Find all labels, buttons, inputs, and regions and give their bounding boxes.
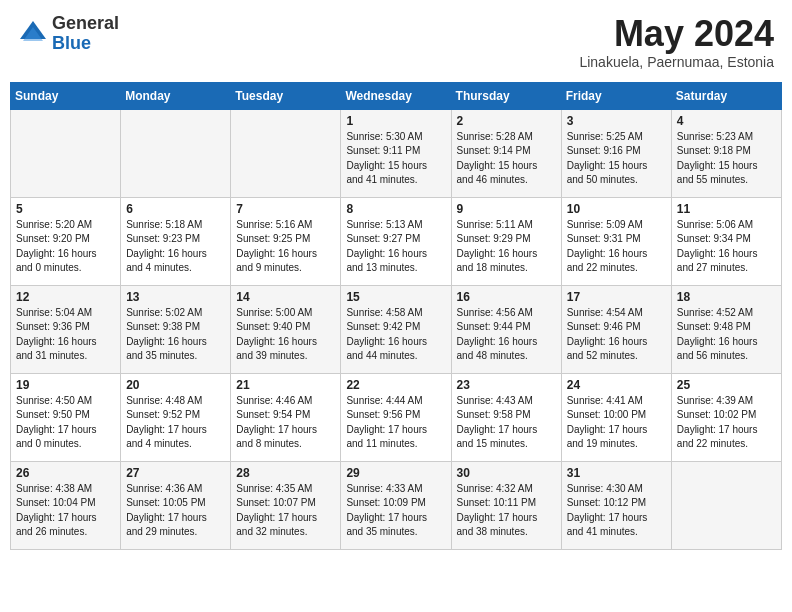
day-number: 24 <box>567 378 666 392</box>
day-info: Sunrise: 4:44 AMSunset: 9:56 PMDaylight:… <box>346 394 445 452</box>
calendar-cell <box>231 109 341 197</box>
logo: General Blue <box>18 14 119 54</box>
day-info: Sunrise: 4:39 AMSunset: 10:02 PMDaylight… <box>677 394 776 452</box>
calendar-header: SundayMondayTuesdayWednesdayThursdayFrid… <box>11 82 782 109</box>
day-number: 27 <box>126 466 225 480</box>
day-number: 12 <box>16 290 115 304</box>
day-info: Sunrise: 4:36 AMSunset: 10:05 PMDaylight… <box>126 482 225 540</box>
month-title: May 2024 <box>579 14 774 54</box>
calendar-cell: 27Sunrise: 4:36 AMSunset: 10:05 PMDaylig… <box>121 461 231 549</box>
calendar-cell: 1Sunrise: 5:30 AMSunset: 9:11 PMDaylight… <box>341 109 451 197</box>
calendar-cell: 20Sunrise: 4:48 AMSunset: 9:52 PMDayligh… <box>121 373 231 461</box>
location-subtitle: Linakuela, Paernumaa, Estonia <box>579 54 774 70</box>
day-info: Sunrise: 5:04 AMSunset: 9:36 PMDaylight:… <box>16 306 115 364</box>
day-number: 2 <box>457 114 556 128</box>
day-number: 6 <box>126 202 225 216</box>
day-info: Sunrise: 4:54 AMSunset: 9:46 PMDaylight:… <box>567 306 666 364</box>
day-info: Sunrise: 5:20 AMSunset: 9:20 PMDaylight:… <box>16 218 115 276</box>
calendar-cell: 21Sunrise: 4:46 AMSunset: 9:54 PMDayligh… <box>231 373 341 461</box>
day-info: Sunrise: 5:25 AMSunset: 9:16 PMDaylight:… <box>567 130 666 188</box>
calendar-cell <box>11 109 121 197</box>
calendar-table: SundayMondayTuesdayWednesdayThursdayFrid… <box>10 82 782 550</box>
day-info: Sunrise: 4:46 AMSunset: 9:54 PMDaylight:… <box>236 394 335 452</box>
calendar-cell: 16Sunrise: 4:56 AMSunset: 9:44 PMDayligh… <box>451 285 561 373</box>
day-number: 9 <box>457 202 556 216</box>
day-info: Sunrise: 5:09 AMSunset: 9:31 PMDaylight:… <box>567 218 666 276</box>
calendar-cell <box>121 109 231 197</box>
header-day-wednesday: Wednesday <box>341 82 451 109</box>
day-number: 3 <box>567 114 666 128</box>
day-info: Sunrise: 4:35 AMSunset: 10:07 PMDaylight… <box>236 482 335 540</box>
calendar-cell: 19Sunrise: 4:50 AMSunset: 9:50 PMDayligh… <box>11 373 121 461</box>
calendar-week-row: 1Sunrise: 5:30 AMSunset: 9:11 PMDaylight… <box>11 109 782 197</box>
day-info: Sunrise: 4:43 AMSunset: 9:58 PMDaylight:… <box>457 394 556 452</box>
day-number: 23 <box>457 378 556 392</box>
calendar-cell: 7Sunrise: 5:16 AMSunset: 9:25 PMDaylight… <box>231 197 341 285</box>
day-info: Sunrise: 5:13 AMSunset: 9:27 PMDaylight:… <box>346 218 445 276</box>
day-info: Sunrise: 4:30 AMSunset: 10:12 PMDaylight… <box>567 482 666 540</box>
header-day-sunday: Sunday <box>11 82 121 109</box>
day-info: Sunrise: 4:56 AMSunset: 9:44 PMDaylight:… <box>457 306 556 364</box>
day-info: Sunrise: 4:50 AMSunset: 9:50 PMDaylight:… <box>16 394 115 452</box>
day-info: Sunrise: 5:11 AMSunset: 9:29 PMDaylight:… <box>457 218 556 276</box>
calendar-cell: 25Sunrise: 4:39 AMSunset: 10:02 PMDaylig… <box>671 373 781 461</box>
calendar-cell: 11Sunrise: 5:06 AMSunset: 9:34 PMDayligh… <box>671 197 781 285</box>
day-info: Sunrise: 5:16 AMSunset: 9:25 PMDaylight:… <box>236 218 335 276</box>
day-info: Sunrise: 4:38 AMSunset: 10:04 PMDaylight… <box>16 482 115 540</box>
day-number: 13 <box>126 290 225 304</box>
logo-icon <box>18 19 48 49</box>
calendar-cell: 10Sunrise: 5:09 AMSunset: 9:31 PMDayligh… <box>561 197 671 285</box>
calendar-cell: 31Sunrise: 4:30 AMSunset: 10:12 PMDaylig… <box>561 461 671 549</box>
day-number: 1 <box>346 114 445 128</box>
calendar-cell: 2Sunrise: 5:28 AMSunset: 9:14 PMDaylight… <box>451 109 561 197</box>
day-info: Sunrise: 5:23 AMSunset: 9:18 PMDaylight:… <box>677 130 776 188</box>
day-number: 28 <box>236 466 335 480</box>
day-number: 26 <box>16 466 115 480</box>
day-number: 7 <box>236 202 335 216</box>
calendar-cell: 5Sunrise: 5:20 AMSunset: 9:20 PMDaylight… <box>11 197 121 285</box>
calendar-cell: 17Sunrise: 4:54 AMSunset: 9:46 PMDayligh… <box>561 285 671 373</box>
calendar-cell: 6Sunrise: 5:18 AMSunset: 9:23 PMDaylight… <box>121 197 231 285</box>
header-row: SundayMondayTuesdayWednesdayThursdayFrid… <box>11 82 782 109</box>
day-number: 25 <box>677 378 776 392</box>
calendar-cell <box>671 461 781 549</box>
calendar-cell: 8Sunrise: 5:13 AMSunset: 9:27 PMDaylight… <box>341 197 451 285</box>
calendar-cell: 3Sunrise: 5:25 AMSunset: 9:16 PMDaylight… <box>561 109 671 197</box>
day-info: Sunrise: 5:00 AMSunset: 9:40 PMDaylight:… <box>236 306 335 364</box>
day-number: 20 <box>126 378 225 392</box>
calendar-cell: 24Sunrise: 4:41 AMSunset: 10:00 PMDaylig… <box>561 373 671 461</box>
calendar-cell: 29Sunrise: 4:33 AMSunset: 10:09 PMDaylig… <box>341 461 451 549</box>
day-number: 17 <box>567 290 666 304</box>
calendar-week-row: 12Sunrise: 5:04 AMSunset: 9:36 PMDayligh… <box>11 285 782 373</box>
header-day-thursday: Thursday <box>451 82 561 109</box>
day-number: 11 <box>677 202 776 216</box>
day-number: 15 <box>346 290 445 304</box>
calendar-cell: 22Sunrise: 4:44 AMSunset: 9:56 PMDayligh… <box>341 373 451 461</box>
logo-blue: Blue <box>52 34 119 54</box>
day-info: Sunrise: 5:28 AMSunset: 9:14 PMDaylight:… <box>457 130 556 188</box>
calendar-week-row: 5Sunrise: 5:20 AMSunset: 9:20 PMDaylight… <box>11 197 782 285</box>
calendar-week-row: 26Sunrise: 4:38 AMSunset: 10:04 PMDaylig… <box>11 461 782 549</box>
calendar-cell: 26Sunrise: 4:38 AMSunset: 10:04 PMDaylig… <box>11 461 121 549</box>
logo-general: General <box>52 14 119 34</box>
calendar-cell: 23Sunrise: 4:43 AMSunset: 9:58 PMDayligh… <box>451 373 561 461</box>
calendar-cell: 18Sunrise: 4:52 AMSunset: 9:48 PMDayligh… <box>671 285 781 373</box>
calendar-cell: 4Sunrise: 5:23 AMSunset: 9:18 PMDaylight… <box>671 109 781 197</box>
day-number: 19 <box>16 378 115 392</box>
day-number: 10 <box>567 202 666 216</box>
day-number: 29 <box>346 466 445 480</box>
calendar-cell: 13Sunrise: 5:02 AMSunset: 9:38 PMDayligh… <box>121 285 231 373</box>
day-number: 21 <box>236 378 335 392</box>
calendar-week-row: 19Sunrise: 4:50 AMSunset: 9:50 PMDayligh… <box>11 373 782 461</box>
calendar-cell: 12Sunrise: 5:04 AMSunset: 9:36 PMDayligh… <box>11 285 121 373</box>
day-number: 22 <box>346 378 445 392</box>
logo-text: General Blue <box>52 14 119 54</box>
day-info: Sunrise: 4:58 AMSunset: 9:42 PMDaylight:… <box>346 306 445 364</box>
day-number: 31 <box>567 466 666 480</box>
day-number: 4 <box>677 114 776 128</box>
calendar-cell: 30Sunrise: 4:32 AMSunset: 10:11 PMDaylig… <box>451 461 561 549</box>
day-info: Sunrise: 4:41 AMSunset: 10:00 PMDaylight… <box>567 394 666 452</box>
header-day-tuesday: Tuesday <box>231 82 341 109</box>
day-number: 16 <box>457 290 556 304</box>
day-info: Sunrise: 5:02 AMSunset: 9:38 PMDaylight:… <box>126 306 225 364</box>
